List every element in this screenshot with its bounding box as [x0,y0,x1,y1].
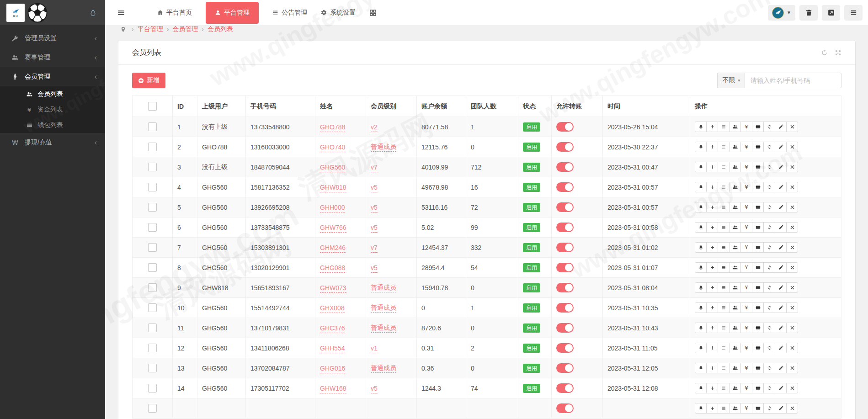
row-checkbox[interactable] [148,183,157,191]
transfer-toggle[interactable] [556,182,574,192]
member-name-link[interactable]: GHM246 [320,244,346,253]
users-action-button[interactable] [729,383,741,393]
pencil-action-button[interactable] [775,202,787,212]
pencil-action-button[interactable] [775,182,787,192]
users-action-button[interactable] [729,162,741,172]
close-action-button[interactable] [786,182,798,192]
pencil-action-button[interactable] [775,222,787,233]
bell-action-button[interactable] [695,142,707,152]
select-all-checkbox[interactable] [148,102,157,111]
sidebar-item-admin-settings[interactable]: 管理员设置‹ [0,29,105,48]
recycle-action-button[interactable] [763,242,775,253]
member-name-link[interactable]: GHH554 [320,345,345,353]
breadcrumb-link[interactable]: 会员管理 [172,25,198,33]
member-name-link[interactable]: GHG088 [320,264,345,273]
close-action-button[interactable] [786,343,798,353]
row-checkbox[interactable] [148,344,157,352]
bell-action-button[interactable] [695,122,707,132]
list-action-button[interactable] [718,182,730,192]
pencil-action-button[interactable] [775,262,787,273]
users-action-button[interactable] [729,282,741,293]
list-action-button[interactable] [718,323,730,333]
plus-action-button[interactable] [706,242,718,253]
bell-action-button[interactable] [695,323,707,333]
close-action-button[interactable] [786,403,798,414]
pencil-action-button[interactable] [775,122,787,132]
pencil-action-button[interactable] [775,403,787,414]
recycle-action-button[interactable] [763,323,775,333]
yen-action-button[interactable]: ¥ [740,323,752,333]
bell-action-button[interactable] [695,262,707,273]
card-action-button[interactable] [752,403,764,414]
recycle-action-button[interactable] [763,182,775,192]
bell-action-button[interactable] [695,242,707,253]
search-input[interactable] [745,73,841,88]
member-level-link[interactable]: v5 [371,264,378,273]
sidebar-item-withdraw-recharge[interactable]: ₩提现/充值‹ [0,133,105,152]
card-action-button[interactable] [752,162,764,172]
member-level-link[interactable]: 普通成员 [371,324,396,333]
card-action-button[interactable] [752,302,764,313]
row-checkbox[interactable] [148,143,157,151]
users-action-button[interactable] [729,403,741,414]
recycle-action-button[interactable] [763,363,775,373]
transfer-toggle[interactable] [556,122,574,132]
yen-action-button[interactable]: ¥ [740,242,752,253]
close-action-button[interactable] [786,302,798,313]
pencil-action-button[interactable] [775,363,787,373]
plus-action-button[interactable] [706,383,718,393]
row-checkbox[interactable] [148,324,157,332]
bell-action-button[interactable] [695,282,707,293]
yen-action-button[interactable]: ¥ [740,202,752,212]
stack-button[interactable] [844,5,863,21]
pencil-action-button[interactable] [775,162,787,172]
card-action-button[interactable] [752,182,764,192]
close-action-button[interactable] [786,122,798,132]
nav-item-platform-manage[interactable]: 平台管理 [206,2,259,24]
list-action-button[interactable] [718,302,730,313]
transfer-toggle[interactable] [556,202,574,212]
users-action-button[interactable] [729,363,741,373]
transfer-toggle[interactable] [556,363,574,373]
card-action-button[interactable] [752,262,764,273]
recycle-action-button[interactable] [763,222,775,233]
list-action-button[interactable] [718,343,730,353]
transfer-toggle[interactable] [556,223,574,232]
yen-action-button[interactable]: ¥ [740,363,752,373]
member-level-link[interactable]: 普通成员 [371,304,396,313]
add-button[interactable]: 新增 [132,73,165,88]
card-action-button[interactable] [752,142,764,152]
sidebar-item-match-management[interactable]: 赛事管理‹ [0,48,105,67]
plus-action-button[interactable] [706,323,718,333]
recycle-action-button[interactable] [763,142,775,152]
list-action-button[interactable] [718,383,730,393]
recycle-action-button[interactable] [763,122,775,132]
member-name-link[interactable]: GHW168 [320,385,346,393]
card-action-button[interactable] [752,383,764,393]
card-action-button[interactable] [752,323,764,333]
nav-item-system-settings[interactable]: 系统设置 [321,0,356,25]
yen-action-button[interactable]: ¥ [740,383,752,393]
member-level-link[interactable]: v5 [371,224,378,233]
trash-button[interactable] [799,5,818,21]
sidebar-item-wallet-list[interactable]: 钱包列表 [0,117,105,133]
transfer-toggle[interactable] [556,283,574,292]
card-action-button[interactable] [752,343,764,353]
member-level-link[interactable]: v2 [371,123,378,132]
users-action-button[interactable] [729,182,741,192]
member-level-link[interactable]: v7 [371,164,378,172]
transfer-toggle[interactable] [556,162,574,172]
pencil-action-button[interactable] [775,383,787,393]
transfer-toggle[interactable] [556,383,574,393]
close-action-button[interactable] [786,142,798,152]
row-checkbox[interactable] [148,263,157,272]
recycle-action-button[interactable] [763,282,775,293]
plus-action-button[interactable] [706,222,718,233]
card-action-button[interactable] [752,222,764,233]
card-action-button[interactable] [752,363,764,373]
sidebar-item-member-list[interactable]: 会员列表 [0,86,105,102]
row-checkbox[interactable] [148,243,157,252]
transfer-toggle[interactable] [556,142,574,152]
close-action-button[interactable] [786,383,798,393]
list-action-button[interactable] [718,222,730,233]
